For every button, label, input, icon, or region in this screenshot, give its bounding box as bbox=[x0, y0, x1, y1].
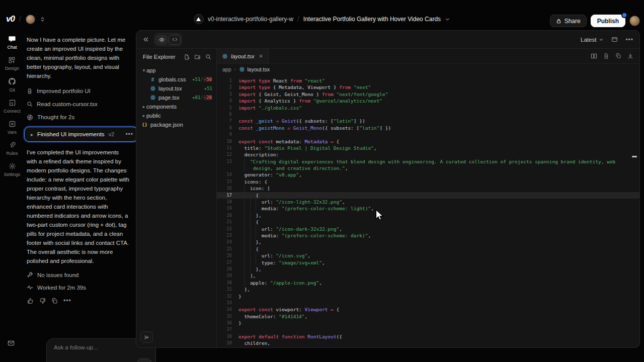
share-button[interactable]: Share bbox=[550, 15, 587, 27]
task-row[interactable]: Read custom-cursor.tsx bbox=[27, 98, 136, 111]
code-line[interactable]: 26 url: "/icon.svg", bbox=[217, 252, 639, 259]
code-line[interactable]: 23 media: "(prefers-color-scheme: dark)"… bbox=[217, 232, 639, 239]
code-line[interactable]: 40}: Readonly<{ bbox=[217, 347, 639, 347]
scrollbar-thumb[interactable] bbox=[632, 156, 637, 157]
tree-folder-app[interactable]: ▾app bbox=[136, 66, 216, 75]
code-line[interactable]: 29 ], bbox=[217, 273, 639, 279]
code-line[interactable]: 28 }, bbox=[217, 266, 639, 273]
code-line[interactable]: 15 icons: { bbox=[217, 178, 639, 185]
publish-button[interactable]: Publish bbox=[591, 15, 625, 27]
code-line[interactable]: 7const _geist = Geist({ subsets: ["latin… bbox=[217, 118, 639, 124]
code-line[interactable]: 8const _geistMono = Geist_Mono({ subsets… bbox=[217, 125, 639, 131]
copy-icon[interactable] bbox=[51, 298, 58, 304]
format-file-icon[interactable] bbox=[603, 53, 609, 59]
split-editor-icon[interactable] bbox=[591, 53, 597, 59]
browser-window-icon[interactable] bbox=[611, 36, 618, 43]
sidebar-item-vars[interactable]: Vars bbox=[8, 120, 17, 135]
code-line[interactable]: 6 bbox=[217, 111, 639, 118]
breadcrumb-file[interactable]: layout.tsx bbox=[239, 66, 270, 72]
code-line[interactable]: 39 children, bbox=[217, 340, 639, 346]
code-line[interactable]: 14 generator: "v0.app", bbox=[217, 171, 639, 178]
breadcrumb-folder[interactable]: app bbox=[222, 66, 231, 72]
copy-code-icon[interactable] bbox=[615, 53, 621, 59]
tree-file-layout.tsx[interactable]: layout.tsx+51 bbox=[136, 84, 216, 93]
feedback-mail-icon[interactable] bbox=[7, 339, 15, 347]
followup-input[interactable] bbox=[53, 344, 145, 351]
file-name: page.tsx bbox=[158, 95, 180, 101]
tree-file-page.tsx[interactable]: page.tsx+81/-28 bbox=[136, 93, 216, 102]
code-line[interactable]: 21 { bbox=[217, 219, 639, 225]
tree-file-package.json[interactable]: {}package.json bbox=[136, 120, 216, 129]
code-line[interactable]: 31 }, bbox=[217, 286, 639, 293]
send-button[interactable] bbox=[137, 358, 151, 362]
close-tab-icon[interactable] bbox=[259, 54, 263, 58]
code-line[interactable]: 34export const viewport: Viewport = { bbox=[217, 306, 639, 313]
chat-title[interactable]: Interactive Portfolio Gallery with Hover… bbox=[303, 16, 441, 23]
code-line[interactable]: 25 { bbox=[217, 246, 639, 252]
code-line[interactable]: 37 bbox=[217, 326, 639, 333]
code-line[interactable]: 38export default function RootLayout({ bbox=[217, 333, 639, 340]
version-dropdown[interactable]: Latest bbox=[581, 37, 604, 43]
thumbs-down-icon[interactable] bbox=[39, 298, 46, 304]
code-line[interactable]: 27 type: "image/svg+xml", bbox=[217, 259, 639, 266]
download-icon[interactable] bbox=[627, 53, 633, 59]
code-line[interactable]: 1import type React from "react" bbox=[217, 77, 639, 84]
more-options-icon[interactable]: ••• bbox=[625, 36, 633, 43]
code-line[interactable]: 20 }, bbox=[217, 212, 639, 219]
project-name[interactable]: v0-interactive-portfolio-gallery-w bbox=[208, 16, 293, 23]
code-line[interactable]: 18 url: "/icon-light-32x32.png", bbox=[217, 199, 639, 205]
code-view-icon[interactable] bbox=[169, 35, 181, 45]
task-row[interactable]: Thought for 2s bbox=[27, 111, 136, 124]
new-folder-icon[interactable] bbox=[194, 54, 201, 60]
account-avatar[interactable] bbox=[629, 16, 640, 26]
vercel-triangle-icon[interactable] bbox=[194, 14, 204, 24]
sidebar-item-chat[interactable]: Chat bbox=[7, 35, 17, 50]
chevron-down-icon[interactable] bbox=[445, 17, 450, 22]
code-line[interactable]: 35 themeColor: "#141414", bbox=[217, 313, 639, 320]
code-line[interactable]: 22 url: "/icon-dark-32x32.png", bbox=[217, 226, 639, 232]
code-line[interactable]: 32} bbox=[217, 293, 639, 300]
code-line[interactable]: 16 icon: [ bbox=[217, 185, 639, 192]
code-line[interactable]: 5import "./globals.css" bbox=[217, 105, 639, 111]
rules-icon bbox=[9, 141, 16, 149]
vars-icon bbox=[9, 120, 16, 128]
task-row[interactable]: Improved portfolio UI bbox=[27, 84, 136, 98]
version-card[interactable]: ▸ Finished UI improvements v2 ••• bbox=[24, 127, 138, 142]
sidebar-item-label: Vars bbox=[8, 130, 17, 135]
version-card-more-icon[interactable]: ••• bbox=[125, 131, 133, 138]
code-line[interactable]: 17 { bbox=[217, 192, 639, 199]
tree-folder-components[interactable]: ▸components bbox=[136, 102, 216, 111]
code-line[interactable]: 10export const metadata: Metadata = { bbox=[217, 138, 639, 145]
code-line[interactable]: 4import { Analytics } from "@vercel/anal… bbox=[217, 98, 639, 104]
collapse-panel-icon[interactable] bbox=[142, 36, 149, 43]
sidebar-item-git[interactable]: Git bbox=[8, 77, 16, 93]
code-line[interactable]: 30 apple: "/apple-icon.png", bbox=[217, 280, 639, 286]
new-file-icon[interactable] bbox=[184, 54, 190, 60]
code-editor[interactable]: 1import type React from "react"2import t… bbox=[217, 75, 639, 347]
code-line[interactable]: 19 media: "(prefers-color-scheme: light)… bbox=[217, 205, 639, 212]
preview-eye-icon[interactable] bbox=[155, 35, 168, 45]
code-line[interactable]: design, and creative direction.", bbox=[217, 165, 639, 171]
tab-layout-tsx[interactable]: layout.tsx bbox=[217, 49, 269, 63]
tree-file-globals.css[interactable]: #globals.css+51/-50 bbox=[136, 75, 216, 84]
file-name: package.json bbox=[150, 122, 183, 128]
code-line[interactable]: 11 title: "Studio Pixel | Digital Design… bbox=[217, 145, 639, 151]
sidebar-item-settings[interactable]: Settings bbox=[4, 162, 21, 177]
sidebar-item-connect[interactable]: Connect bbox=[4, 99, 21, 114]
code-line[interactable]: 24 }, bbox=[217, 239, 639, 245]
tree-folder-public[interactable]: ▸public bbox=[136, 111, 216, 120]
collapse-sidebar-button[interactable] bbox=[140, 331, 153, 343]
code-line[interactable]: 36} bbox=[217, 320, 639, 326]
code-line[interactable]: 13 "Crafting digital experiences that bl… bbox=[217, 158, 639, 165]
code-line[interactable]: 33 bbox=[217, 300, 639, 306]
thought-icon bbox=[27, 114, 33, 121]
sidebar-item-design[interactable]: Design bbox=[5, 56, 19, 71]
search-icon[interactable] bbox=[205, 54, 211, 60]
sidebar-item-rules[interactable]: Rules bbox=[6, 141, 18, 156]
code-line[interactable]: 2import type { Metadata, Viewport } from… bbox=[217, 84, 639, 90]
code-line[interactable]: 12 description: bbox=[217, 151, 639, 158]
more-actions-icon[interactable]: ••• bbox=[63, 297, 71, 304]
code-line[interactable]: 9 bbox=[217, 131, 639, 138]
code-line[interactable]: 3import { Geist, Geist_Mono } from "next… bbox=[217, 91, 639, 98]
thumbs-up-icon[interactable] bbox=[27, 298, 34, 304]
